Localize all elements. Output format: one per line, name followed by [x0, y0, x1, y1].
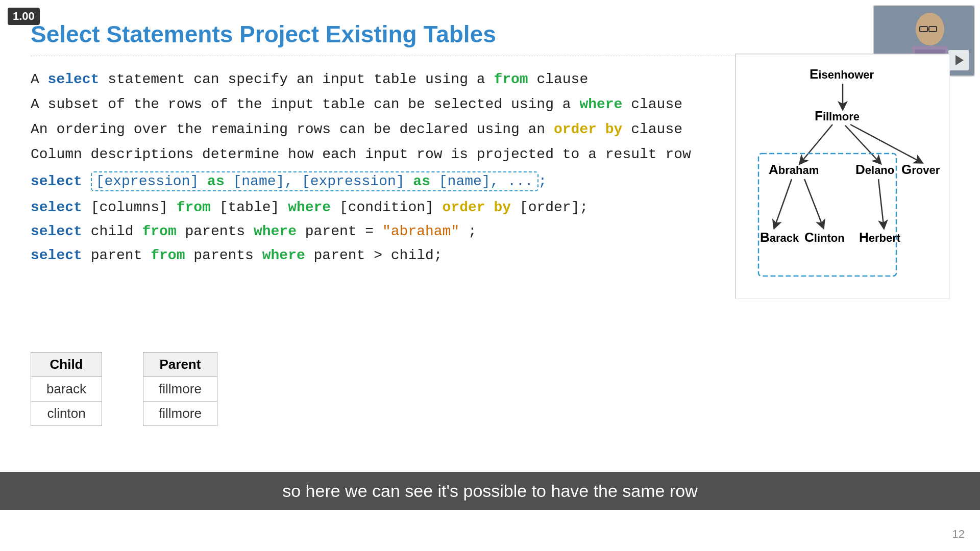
- code-order-2: [order];: [520, 199, 588, 215]
- code-table-2: [table]: [219, 199, 288, 215]
- node-eisenhower: Eisenhower: [810, 66, 874, 82]
- code-cond-2: [condition]: [339, 199, 443, 215]
- keyword-select-1: select: [48, 71, 100, 87]
- tree-diagram: Eisenhower Fillmore Abraham Delano Grove…: [735, 54, 949, 298]
- string-abraham: "abraham": [382, 223, 459, 239]
- semicolon-1: ;: [538, 173, 547, 189]
- keyword-where-1: where: [579, 96, 622, 112]
- node-grover: Grover: [901, 162, 940, 177]
- code-parent-eq: parent =: [305, 223, 382, 239]
- node-barack: Barack: [760, 230, 799, 245]
- kw-order-2: order: [443, 199, 485, 215]
- code-parent-4: parent: [91, 247, 151, 263]
- keyword-order: order: [554, 121, 597, 137]
- table-row: clinton: [31, 402, 102, 426]
- table-row: fillmore: [143, 402, 217, 426]
- kw-select-2: select: [31, 199, 82, 215]
- node-clinton: Clinton: [804, 230, 845, 245]
- kw-as-1: as: [207, 173, 225, 189]
- kw-from-4: from: [151, 247, 185, 263]
- kw-where-2: where: [288, 199, 331, 215]
- kw-select-4: select: [31, 247, 82, 263]
- code-text-2: [columns]: [91, 199, 177, 215]
- child-table: Child barack clinton: [31, 352, 102, 426]
- kw-by-2: by: [494, 199, 511, 215]
- subtitle-text: so here we can see it's possible to have…: [282, 481, 697, 500]
- kw-where-3: where: [254, 223, 297, 239]
- kw-where-4: where: [262, 247, 305, 263]
- tree-box: Eisenhower Fillmore Abraham Delano Grove…: [735, 54, 949, 298]
- play-icon: [955, 55, 964, 65]
- node-fillmore: Fillmore: [815, 108, 860, 123]
- table-row: fillmore: [143, 377, 217, 402]
- slide: 1.00 Select Statements Project Existi: [0, 0, 980, 551]
- parent-row-2: fillmore: [143, 402, 217, 426]
- parent-table: Parent fillmore fillmore: [143, 352, 217, 426]
- node-herbert: Herbert: [859, 230, 901, 245]
- kw-from-3: from: [142, 223, 176, 239]
- code-parents-3: parents: [185, 223, 254, 239]
- parent-row-1: fillmore: [143, 377, 217, 402]
- keyword-from-1: from: [494, 71, 528, 87]
- code-parents-4: parents: [193, 247, 262, 263]
- keyword-select-code1: select: [31, 173, 82, 189]
- subtitle-bar: so here we can see it's possible to have…: [0, 472, 980, 510]
- child-column-header: Child: [31, 353, 102, 377]
- tree-svg: Eisenhower Fillmore Abraham Delano Grove…: [736, 54, 950, 299]
- node-delano: Delano: [855, 162, 894, 177]
- keyword-by: by: [605, 121, 623, 137]
- child-row-2: clinton: [31, 402, 102, 426]
- dashed-expression-box: [expression] as [name], [expression] as …: [91, 171, 538, 191]
- kw-from-2: from: [177, 199, 211, 215]
- kw-select-3: select: [31, 223, 82, 239]
- parent-column-header: Parent: [143, 353, 217, 377]
- play-button[interactable]: [948, 50, 969, 70]
- slide-title: Select Statements Project Existing Table…: [31, 20, 949, 56]
- code-condition-4: parent > child;: [314, 247, 443, 263]
- kw-as-2: as: [413, 173, 430, 189]
- code-child-3: child: [91, 223, 142, 239]
- node-abraham: Abraham: [769, 162, 819, 177]
- speed-badge: 1.00: [8, 8, 40, 25]
- page-number: 12: [952, 528, 965, 541]
- table-row: barack: [31, 377, 102, 402]
- child-row-1: barack: [31, 377, 102, 402]
- tables-section: Child barack clinton Parent fillmor: [31, 352, 217, 426]
